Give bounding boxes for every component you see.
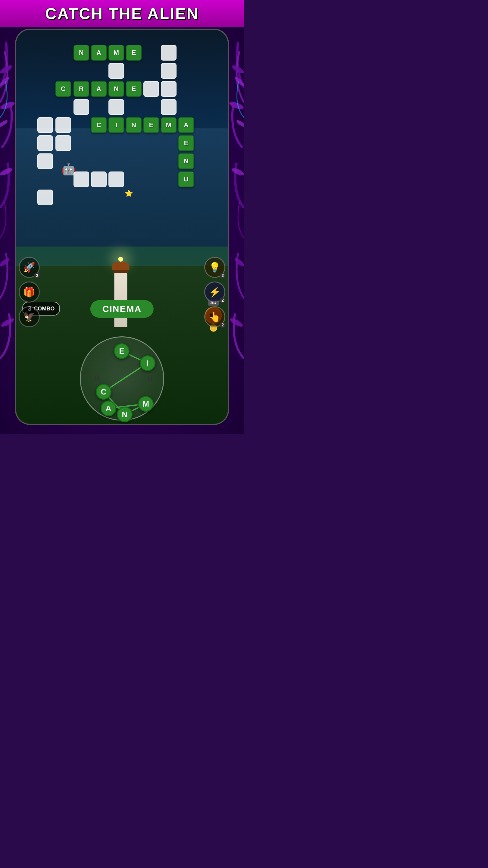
lightning-button[interactable]: ⚡ 2 [204, 281, 225, 303]
lightning-icon: ⚡ [209, 286, 221, 298]
rocket-button[interactable]: 🚀 2 [19, 257, 40, 278]
crossword-grid: N A M E C R A N E [25, 45, 219, 202]
treasure-icon: 🎁 [23, 286, 35, 298]
tile-empty-5-1 [56, 135, 71, 151]
tile-empty-2-6 [143, 81, 159, 97]
tile-empty-5-0 [37, 135, 53, 151]
finger-button[interactable]: 👆 2 [204, 306, 225, 327]
bird-button[interactable]: 🦅 [19, 306, 40, 327]
tile-empty-7-3 [91, 172, 107, 187]
tile-empty-1-4 [108, 63, 124, 79]
tile-empty-3-4 [108, 99, 124, 115]
lightning-count: 2 [220, 298, 226, 303]
wheel-M[interactable]: M [138, 396, 154, 412]
tile-empty-4-1 [56, 117, 71, 133]
tile-A-cinema: A [178, 117, 194, 133]
tile-E-cinema: E [143, 117, 159, 133]
wheel-circle[interactable]: E I R U C M A N [80, 336, 164, 421]
tile-empty-0-7 [161, 45, 176, 61]
tile-A-name: A [91, 45, 107, 61]
wheel-A[interactable]: A [101, 401, 116, 416]
tile-N-crane: N [108, 81, 124, 97]
bulb-count: 2 [220, 273, 226, 278]
bottom-ui: 3 COMBO CINEMA AD ▶ 🪙 🚀 2 [16, 294, 228, 424]
left-powerups: 🚀 2 🎁 🦅 [19, 257, 40, 327]
word-display: CINEMA [90, 300, 154, 318]
tile-empty-6-0 [37, 153, 53, 169]
current-word: CINEMA [102, 304, 141, 314]
rocket-count: 2 [34, 273, 40, 278]
wheel-E[interactable]: E [114, 343, 130, 359]
wheel-U[interactable]: U [142, 370, 158, 386]
tile-empty-7-4 [108, 172, 124, 187]
tile-E-name: E [126, 45, 141, 61]
tile-M-cinema: M [161, 117, 176, 133]
tile-C-cinema: C [91, 117, 107, 133]
tile-R-crane: R [73, 81, 89, 97]
tile-C-crane: C [56, 81, 71, 97]
tile-N-name: N [73, 45, 89, 61]
tile-E-crane: E [126, 81, 141, 97]
phone-frame: N A M E C R A N E [15, 29, 229, 425]
right-powerups: 💡 2 ⚡ 2 👆 2 [204, 257, 225, 327]
tile-A-crane: A [91, 81, 107, 97]
letter-wheel[interactable]: E I R U C M A N [80, 336, 164, 421]
tile-empty-8-0 [37, 190, 53, 205]
wheel-N[interactable]: N [117, 407, 133, 422]
bulb-icon: 💡 [209, 261, 221, 273]
game-background: N A M E C R A N E [16, 30, 228, 424]
tile-N-menu: N [178, 153, 194, 169]
treasure-button[interactable]: 🎁 [19, 281, 40, 303]
tile-N-cinema: N [126, 117, 141, 133]
finger-count: 2 [220, 322, 226, 328]
star-coin: ⭐ [125, 190, 133, 197]
rocket-icon: 🚀 [23, 261, 35, 273]
tile-M-name: M [108, 45, 124, 61]
tile-empty-1-7 [161, 63, 176, 79]
wheel-I[interactable]: I [140, 355, 156, 371]
tile-I-cinema: I [108, 117, 124, 133]
tile-empty-3-7 [161, 99, 176, 115]
game-title: CATCH THE ALIEN [45, 4, 199, 23]
wheel-C[interactable]: C [96, 384, 111, 400]
tile-U-menu: U [178, 172, 194, 187]
tile-E-menu: E [178, 135, 194, 151]
bulb-button[interactable]: 💡 2 [204, 257, 225, 278]
finger-icon: 👆 [209, 311, 221, 322]
tile-empty-2-7 [161, 81, 176, 97]
tile-empty-3-2 [73, 99, 89, 115]
bird-icon: 🦅 [23, 311, 35, 322]
tile-empty-7-2 [73, 172, 89, 187]
title-bar: CATCH THE ALIEN [0, 0, 244, 27]
tile-empty-4-0 [37, 117, 53, 133]
